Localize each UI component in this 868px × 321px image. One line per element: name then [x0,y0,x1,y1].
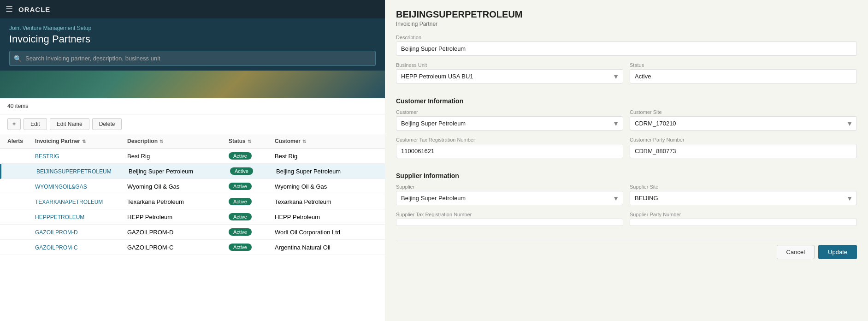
supplier-site-label: Supplier Site [630,184,857,190]
customer-arrow-icon[interactable]: ▼ [609,120,623,127]
row-customer: Worli Oil Corporation Ltd [275,229,367,236]
supplier-tax-label: Supplier Tax Registration Number [396,212,623,217]
partner-link[interactable]: BEIJINGSUPERPETROLEUM [36,168,112,175]
row-partner[interactable]: BESTRIG [35,153,127,160]
row-status: Active [229,152,275,160]
oracle-logo: ORACLE [18,6,50,13]
supplier-tax-value[interactable] [396,219,623,226]
col-description[interactable]: Description ⇅ [127,138,229,144]
col-customer[interactable]: Customer ⇅ [275,138,367,144]
supplier-site-dropdown[interactable]: BEIJING ▼ [630,191,857,205]
business-unit-arrow-icon[interactable]: ▼ [609,73,623,80]
supplier-dropdown[interactable]: Beijing Super Petroleum ▼ [396,191,623,205]
cancel-button[interactable]: Cancel [777,245,815,259]
customer-site-row: Customer Beijing Super Petroleum ▼ Custo… [396,109,857,137]
row-partner[interactable]: BEIJINGSUPERPETROLEUM [36,168,129,175]
supplier-value: Beijing Super Petroleum [396,191,609,205]
decorative-image-strip [0,71,385,98]
description-label: Description [396,35,857,40]
table-row[interactable]: BEIJINGSUPERPETROLEUM Beijing Super Petr… [0,164,385,179]
customer-label: Customer [396,109,623,115]
status-badge: Active [229,152,252,160]
row-status: Active [229,228,275,236]
row-status: Active [229,244,275,251]
sort-desc-icon: ⇅ [159,139,163,144]
status-label: Status [630,62,857,68]
top-bar: ☰ ORACLE [0,0,385,18]
row-partner[interactable]: GAZOILPROM-C [35,244,127,251]
business-unit-dropdown[interactable]: HEPP Petroleum USA BU1 ▼ [396,69,623,83]
table-row[interactable]: GAZOILPROM-C GAZOILPROM-C Active Argenti… [0,240,385,255]
row-description: Beijing Super Petroleum [129,168,230,175]
supplier-arrow-icon[interactable]: ▼ [609,195,623,202]
status-field: Status Active [630,62,857,83]
status-badge: Active [229,183,252,190]
status-value[interactable]: Active [630,69,857,83]
supplier-label: Supplier [396,184,623,190]
supplier-site-value: BEIJING [630,191,843,205]
col-invoicing-partner[interactable]: Invoicing Partner ⇅ [35,138,127,144]
description-value[interactable]: Beijing Super Petroleum [396,42,857,56]
partner-link[interactable]: GAZOILPROM-C [35,244,78,251]
customer-dropdown[interactable]: Beijing Super Petroleum ▼ [396,116,623,131]
customer-tax-party-row: Customer Tax Registration Number 1100061… [396,137,857,165]
customer-site-dropdown[interactable]: CDRM_170210 ▼ [630,116,857,131]
list-area: 40 items + Edit Edit Name Delete Alerts … [0,98,385,321]
delete-button[interactable]: Delete [92,118,122,130]
table-body: BESTRIG Best Rig Active Best Rig BEIJING… [0,149,385,255]
status-badge: Active [229,213,252,220]
table-row[interactable]: BESTRIG Best Rig Active Best Rig [0,149,385,164]
description-field: Description Beijing Super Petroleum [396,35,857,56]
add-button[interactable]: + [7,118,21,130]
sort-customer-icon: ⇅ [302,139,306,144]
breadcrumb: Joint Venture Management Setup [9,25,376,31]
sort-partner-icon: ⇅ [82,139,86,144]
update-button[interactable]: Update [818,245,857,259]
status-badge: Active [230,167,253,175]
hamburger-icon[interactable]: ☰ [6,4,13,14]
row-partner[interactable]: GAZOILPROM-D [35,229,127,236]
row-description: GAZOILPROM-C [127,244,229,251]
partner-link[interactable]: WYOMINGOIL&GAS [35,184,87,190]
table-row[interactable]: HEPPPETROLEUM HEPP Petroleum Active HEPP… [0,209,385,225]
customer-site-value: CDRM_170210 [630,117,843,130]
customer-tax-value[interactable]: 1100061621 [396,144,623,158]
search-input[interactable] [9,51,376,66]
search-icon: 🔍 [14,55,22,62]
status-badge: Active [229,244,252,251]
partner-link[interactable]: HEPPPETROLEUM [35,214,84,220]
supplier-info-title: Supplier Information [396,172,857,179]
row-status: Active [229,183,275,190]
supplier-party-field: Supplier Party Number [630,212,857,226]
breadcrumb-area: Joint Venture Management Setup Invoicing… [0,18,385,51]
business-status-row: Business Unit HEPP Petroleum USA BU1 ▼ S… [396,62,857,90]
customer-site-label: Customer Site [630,109,857,115]
col-status[interactable]: Status ⇅ [229,138,275,144]
partner-link[interactable]: TEXARKANAPETROLEUM [35,199,103,205]
customer-party-value[interactable]: CDRM_880773 [630,144,857,158]
customer-site-field: Customer Site CDRM_170210 ▼ [630,109,857,131]
supplier-site-row: Supplier Beijing Super Petroleum ▼ Suppl… [396,184,857,212]
detail-title: BEIJINGSUPERPETROLEUM [396,9,857,20]
table-row[interactable]: TEXARKANAPETROLEUM Texarkana Petroleum A… [0,194,385,209]
table-row[interactable]: GAZOILPROM-D GAZOILPROM-D Active Worli O… [0,225,385,240]
supplier-site-arrow-icon[interactable]: ▼ [843,195,856,202]
customer-party-label: Customer Party Number [630,137,857,143]
partner-link[interactable]: GAZOILPROM-D [35,229,78,236]
edit-button[interactable]: Edit [24,118,47,130]
row-partner[interactable]: TEXARKANAPETROLEUM [35,198,127,205]
row-status: Active [229,198,275,205]
row-partner[interactable]: HEPPPETROLEUM [35,214,127,220]
list-count: 40 items [0,98,385,114]
table-row[interactable]: WYOMINGOIL&GAS Wyoming Oil & Gas Active … [0,179,385,194]
customer-info-title: Customer Information [396,97,857,105]
status-badge: Active [229,228,252,236]
customer-site-arrow-icon[interactable]: ▼ [843,120,856,127]
row-partner[interactable]: WYOMINGOIL&GAS [35,183,127,190]
row-customer: Beijing Super Petroleum [276,168,368,175]
partner-link[interactable]: BESTRIG [35,153,59,160]
supplier-party-value[interactable] [630,219,857,226]
edit-name-button[interactable]: Edit Name [50,118,89,130]
business-unit-value: HEPP Petroleum USA BU1 [396,70,609,83]
customer-field: Customer Beijing Super Petroleum ▼ [396,109,623,131]
